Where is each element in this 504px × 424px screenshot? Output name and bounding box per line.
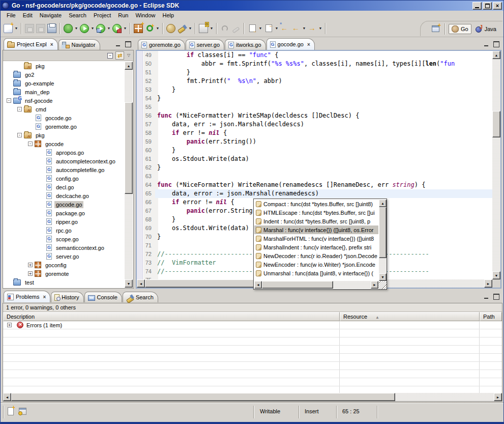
- completion-item[interactable]: Unmarshal : func(data []uint8, v interfa…: [254, 269, 378, 277]
- close-icon[interactable]: ×: [43, 294, 46, 300]
- debug-button[interactable]: [63, 22, 74, 35]
- collapse-icon[interactable]: -: [7, 98, 11, 103]
- popup-vscrollbar[interactable]: ▲ ▼: [379, 200, 387, 281]
- completion-item[interactable]: HTMLEscape : func(dst *bytes.Buffer, src…: [254, 208, 378, 217]
- editor-tab-goremote-go[interactable]: goremote.go: [138, 39, 185, 50]
- expand-icon[interactable]: +: [7, 323, 12, 327]
- menu-run[interactable]: Run: [114, 12, 132, 19]
- print-button[interactable]: [46, 22, 57, 35]
- completion-item[interactable]: Indent : func(dst *bytes.Buffer, src []u…: [254, 217, 378, 225]
- tree-item-autocompletefile-go[interactable]: autocompletefile.go: [4, 165, 125, 174]
- menu-search[interactable]: Search: [65, 12, 90, 19]
- profile-button[interactable]: [111, 22, 123, 35]
- menu-project[interactable]: Project: [90, 12, 114, 19]
- tree-item-goremote[interactable]: +goremote: [4, 269, 125, 278]
- tree-item-goremote-go[interactable]: goremote.go: [4, 122, 125, 131]
- code-line[interactable]: 57 data, err := json.Marshal(decldescs): [137, 120, 492, 129]
- scroll-thumb[interactable]: [262, 281, 333, 289]
- toggle-mark-button[interactable]: [219, 22, 230, 35]
- scroll-right-icon[interactable]: ►: [484, 279, 492, 288]
- completion-item[interactable]: Compact : func(dst *bytes.Buffer, src []…: [254, 200, 378, 208]
- tree-item-go2[interactable]: go2: [4, 70, 125, 79]
- scroll-right-icon[interactable]: ►: [371, 281, 378, 289]
- code-line[interactable]: 61 os.Stdout.Write(data): [137, 155, 492, 163]
- column-description[interactable]: Description: [3, 312, 340, 321]
- search-dropdown-icon[interactable]: ▼: [188, 26, 193, 30]
- editor-vscrollbar[interactable]: ▲ ▼: [492, 51, 500, 279]
- completion-item[interactable]: Marshal : func(v interface{}) ([]uint8, …: [254, 225, 378, 234]
- external-tools-dropdown-icon[interactable]: ▼: [209, 26, 214, 30]
- prev-annotation-button[interactable]: [263, 22, 274, 35]
- new-dropdown-icon[interactable]: ▼: [14, 26, 19, 30]
- next-annotation-button[interactable]: [247, 22, 258, 35]
- forward-button[interactable]: [307, 22, 318, 35]
- search-button[interactable]: [176, 22, 188, 35]
- perspective-java[interactable]: Java: [472, 24, 499, 34]
- close-icon[interactable]: ×: [307, 42, 310, 47]
- open-resource-button[interactable]: [165, 22, 176, 35]
- column-resource[interactable]: Resource▲: [340, 312, 480, 321]
- problems-row-errors[interactable]: +Errors (1 item): [3, 321, 502, 329]
- collapse-icon[interactable]: -: [28, 142, 33, 146]
- tree-item-go-example[interactable]: go-example: [4, 79, 125, 88]
- code-line[interactable]: 54}: [137, 94, 492, 103]
- new-go-package-button[interactable]: [133, 22, 144, 35]
- editor-tab-gocode-go[interactable]: gocode.go×: [266, 38, 315, 50]
- table-row[interactable]: [3, 370, 502, 378]
- tree-item-config-go[interactable]: config.go: [4, 174, 125, 183]
- minimize-view-button[interactable]: [113, 40, 123, 48]
- code-line[interactable]: 65 data, error := json.Marshal(renamedes…: [137, 189, 492, 198]
- tree-item-pkg[interactable]: pkg: [4, 62, 125, 70]
- link-tool-button[interactable]: [230, 22, 242, 35]
- problems-tab-console[interactable]: Console: [84, 292, 122, 302]
- scroll-up-icon[interactable]: ▲: [379, 200, 387, 207]
- code-line[interactable]: 52 fmt.Printf(" %s\n", abbr): [137, 77, 492, 86]
- popup-hscrollbar[interactable]: ◄ ►: [254, 281, 378, 289]
- problems-tab-history[interactable]: History: [51, 292, 83, 302]
- tree-item-apropos-go[interactable]: apropos.go: [4, 148, 125, 157]
- tree-item-gocode-go[interactable]: gocode.go: [4, 200, 125, 209]
- code-line[interactable]: 64func (*NiceFormatter) WriteRename(rena…: [137, 181, 492, 189]
- forward-dropdown-icon[interactable]: ▼: [318, 26, 323, 30]
- close-button[interactable]: ×: [493, 2, 502, 10]
- code-line[interactable]: 60 }: [137, 146, 492, 155]
- collapse-all-icon[interactable]: −: [107, 53, 113, 59]
- code-line[interactable]: 56func (*NiceFormatter) WriteSMap(declde…: [137, 111, 492, 120]
- menu-file[interactable]: File: [3, 12, 19, 19]
- scroll-down-icon[interactable]: ▼: [125, 279, 133, 288]
- minimize-view-button[interactable]: [482, 293, 491, 300]
- save-button[interactable]: [24, 22, 35, 35]
- maximize-view-button[interactable]: [124, 40, 133, 48]
- scroll-left-icon[interactable]: ◄: [254, 281, 262, 289]
- next-annotation-dropdown-icon[interactable]: ▼: [258, 26, 263, 30]
- completion-item[interactable]: NewEncoder : func(w io.Writer) *json.Enc…: [254, 260, 378, 269]
- minimize-button[interactable]: [472, 2, 482, 10]
- fast-view-icon[interactable]: [8, 407, 14, 415]
- maximize-button[interactable]: [483, 2, 492, 10]
- perspective-go[interactable]: Go: [449, 24, 471, 34]
- collapse-icon[interactable]: -: [17, 107, 22, 111]
- prev-annotation-dropdown-icon[interactable]: ▼: [274, 26, 279, 30]
- code-line[interactable]: 63: [137, 172, 492, 181]
- menu-edit[interactable]: Edit: [19, 12, 36, 19]
- link-with-editor-icon[interactable]: ⇄: [115, 51, 124, 60]
- table-row[interactable]: [3, 354, 502, 362]
- expand-icon[interactable]: +: [28, 263, 33, 267]
- scroll-left-icon[interactable]: ◄: [3, 393, 11, 401]
- gc-button[interactable]: [144, 22, 155, 35]
- table-row[interactable]: [3, 346, 502, 354]
- editor-tab-itworks-go[interactable]: itworks.go: [225, 39, 266, 50]
- scroll-thumb[interactable]: [145, 279, 254, 288]
- code-line[interactable]: 58 if err != nil {: [137, 129, 492, 137]
- code-line[interactable]: 49 if classes[i] == "func" {: [137, 51, 492, 60]
- tree-item-gocode[interactable]: -gocode: [4, 139, 125, 148]
- tree-item-autocompletecontext-go[interactable]: autocompletecontext.go: [4, 157, 125, 165]
- scroll-thumb[interactable]: [125, 102, 133, 194]
- tree-item-decl-go[interactable]: decl.go: [4, 183, 125, 191]
- run-dropdown-icon[interactable]: ▼: [90, 26, 95, 30]
- tree-item-server-go[interactable]: server.go: [4, 252, 125, 261]
- debug-dropdown-icon[interactable]: ▼: [74, 26, 79, 30]
- scroll-down-icon[interactable]: ▼: [379, 273, 387, 281]
- code-line[interactable]: 51 }: [137, 68, 492, 77]
- completion-item[interactable]: NewDecoder : func(r io.Reader) *json.Dec…: [254, 251, 378, 260]
